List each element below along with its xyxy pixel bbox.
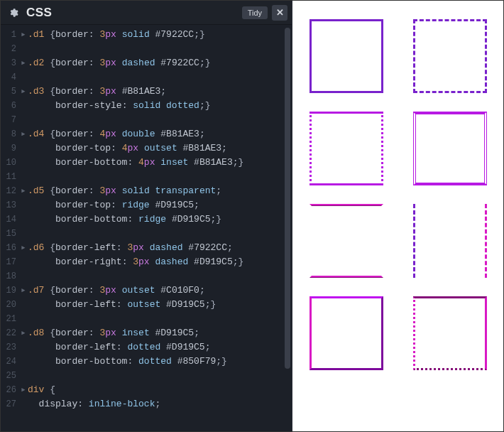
code-line[interactable]: [21, 113, 292, 127]
code-line[interactable]: border-top: ridge #D919C5;: [21, 198, 292, 212]
code-line[interactable]: border-bottom: ridge #D919C5;}: [21, 212, 292, 227]
code-line[interactable]: ▸.d1 {border: 3px solid #7922CC;}: [21, 28, 292, 42]
code-content[interactable]: ▸.d1 {border: 3px solid #7922CC;} ▸.d2 {…: [21, 25, 292, 431]
editor-header: CSS Tidy ✕: [1, 1, 292, 25]
code-line[interactable]: ▸.d8 {border: 3px inset #D919C5;: [21, 326, 292, 340]
tidy-button[interactable]: Tidy: [242, 6, 268, 19]
preview-box-d7: [309, 296, 383, 370]
preview-box-d4: [413, 112, 487, 185]
code-line[interactable]: border-bottom: 4px inset #B81AE3;}: [21, 156, 292, 170]
code-line[interactable]: border-style: solid dotted;}: [21, 99, 292, 113]
gear-icon[interactable]: [6, 6, 21, 20]
code-line[interactable]: [21, 227, 292, 241]
scrollbar-thumb[interactable]: [285, 28, 290, 369]
code-line[interactable]: [21, 42, 292, 56]
code-line[interactable]: border-right: 3px dashed #D919C5;}: [21, 255, 292, 269]
code-line[interactable]: display: inline-block;: [21, 397, 292, 411]
code-line[interactable]: ▸.d4 {border: 4px double #B81AE3;: [21, 127, 292, 141]
preview-pane: [292, 1, 503, 431]
preview-box-d3: [309, 112, 383, 185]
code-line[interactable]: border-bottom: dotted #850F79;}: [21, 355, 292, 369]
code-line[interactable]: [21, 170, 292, 184]
code-line[interactable]: [21, 369, 292, 383]
preview-box-d5: [309, 204, 383, 278]
code-area[interactable]: 1234567891011121314151617181920212223242…: [1, 25, 292, 431]
editor-title: CSS: [26, 6, 52, 20]
close-icon[interactable]: ✕: [272, 5, 287, 21]
line-number-gutter: 1234567891011121314151617181920212223242…: [1, 25, 21, 431]
preview-box-d1: [309, 19, 383, 93]
code-line[interactable]: [21, 269, 292, 284]
code-line[interactable]: border-left: dotted #D919C5;: [21, 340, 292, 355]
code-line[interactable]: [21, 312, 292, 326]
preview-box-d8: [413, 296, 487, 370]
code-line[interactable]: border-top: 4px outset #B81AE3;: [21, 141, 292, 156]
app-frame: CSS Tidy ✕ 12345678910111213141516171819…: [0, 0, 504, 432]
code-line[interactable]: [21, 70, 292, 85]
preview-grid: [309, 19, 486, 370]
preview-box-d2: [413, 19, 487, 93]
code-line[interactable]: ▸.d3 {border: 3px #B81AE3;: [21, 85, 292, 99]
code-line[interactable]: ▸.d6 {border-left: 3px dashed #7922CC;: [21, 241, 292, 255]
css-editor-pane: CSS Tidy ✕ 12345678910111213141516171819…: [1, 1, 292, 431]
preview-box-d6: [413, 204, 487, 278]
code-line[interactable]: ▸div {: [21, 383, 292, 397]
code-line[interactable]: ▸.d2 {border: 3px dashed #7922CC;}: [21, 56, 292, 70]
code-line[interactable]: border-left: outset #D919C5;}: [21, 298, 292, 312]
code-line[interactable]: ▸.d7 {border: 3px outset #C010F0;: [21, 284, 292, 298]
code-line[interactable]: ▸.d5 {border: 3px solid transparent;: [21, 184, 292, 198]
